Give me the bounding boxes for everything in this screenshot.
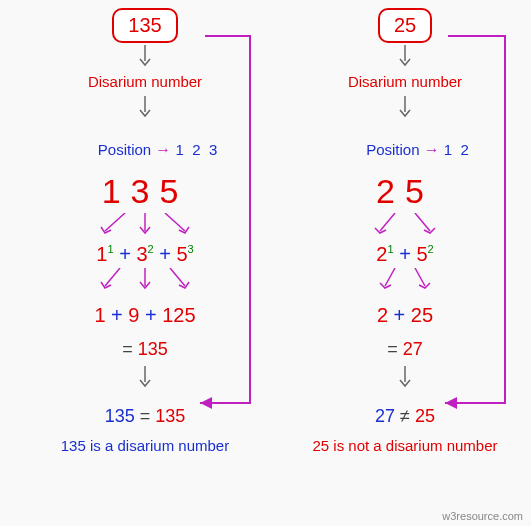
power-base: 5: [176, 243, 187, 265]
power-exp: 3: [188, 243, 194, 255]
plus-icon: +: [119, 243, 136, 265]
digits-display: 25: [290, 172, 520, 211]
pos-1: 1: [444, 141, 452, 158]
title-label: Disarium number: [290, 73, 520, 90]
power-base: 3: [136, 243, 147, 265]
eval-term: 2: [377, 304, 388, 326]
power-base: 1: [96, 243, 107, 265]
sum-value: 27: [403, 339, 423, 359]
compare-lhs: 135: [105, 406, 135, 426]
right-arrow-icon: →: [424, 141, 440, 158]
evaluated-terms: 1 + 9 + 125: [30, 304, 260, 327]
example-column-2: 25 Disarium number Position → 1 2 25 21 …: [290, 8, 520, 454]
position-row: Position → 1 2 3: [30, 124, 260, 176]
pos-2: 2: [461, 141, 469, 158]
down-arrow-icon: [30, 366, 260, 388]
eval-term: 125: [162, 304, 195, 326]
down-arrow-icon: [30, 96, 260, 118]
compare-lhs: 27: [375, 406, 395, 426]
down-arrow-icon: [30, 45, 260, 67]
sum-value: 135: [138, 339, 168, 359]
sum-result: = 135: [30, 339, 260, 360]
compare-op: ≠: [400, 406, 410, 426]
position-label: Position: [98, 141, 151, 158]
plus-icon: +: [111, 304, 128, 326]
power-exp: 2: [428, 243, 434, 255]
down-arrow-icon: [290, 45, 520, 67]
power-base: 5: [416, 243, 427, 265]
pos-2: 2: [192, 141, 200, 158]
power-base: 2: [376, 243, 387, 265]
sum-result: = 27: [290, 339, 520, 360]
compare-line: 135 = 135: [30, 406, 260, 427]
power-exp: 1: [107, 243, 113, 255]
compare-rhs: 25: [415, 406, 435, 426]
svg-line-7: [170, 268, 185, 286]
plus-icon: +: [399, 243, 416, 265]
down-arrow-icon: [290, 366, 520, 388]
start-box: 25: [378, 8, 432, 43]
split-arrows-icon: [290, 213, 520, 235]
svg-line-4: [165, 213, 185, 231]
svg-line-2: [105, 213, 125, 231]
eval-term: 1: [94, 304, 105, 326]
eval-term: 25: [411, 304, 433, 326]
conclusion-text: 25 is not a disarium number: [290, 437, 520, 454]
svg-line-5: [105, 268, 120, 286]
svg-line-14: [415, 268, 425, 286]
split-arrows-icon: [30, 213, 260, 235]
compare-op: =: [140, 406, 151, 426]
split-arrows-icon: [30, 268, 260, 290]
position-label: Position: [366, 141, 419, 158]
evaluated-terms: 2 + 25: [290, 304, 520, 327]
diagram-container: 135 Disarium number Position → 1 2 3 135…: [0, 0, 531, 454]
svg-line-13: [385, 268, 395, 286]
split-arrows-icon: [290, 268, 520, 290]
plus-icon: +: [145, 304, 162, 326]
svg-line-12: [415, 213, 430, 231]
compare-rhs: 135: [155, 406, 185, 426]
power-exp: 2: [148, 243, 154, 255]
pos-3: 3: [209, 141, 217, 158]
conclusion-text: 135 is a disarium number: [30, 437, 260, 454]
start-box: 135: [112, 8, 177, 43]
svg-line-11: [380, 213, 395, 231]
plus-icon: +: [394, 304, 411, 326]
power-exp: 1: [387, 243, 393, 255]
eval-term: 9: [128, 304, 139, 326]
position-row: Position → 1 2: [290, 124, 520, 176]
title-label: Disarium number: [30, 73, 260, 90]
plus-icon: +: [159, 243, 176, 265]
power-expression: 11 + 32 + 53: [30, 243, 260, 266]
pos-1: 1: [176, 141, 184, 158]
compare-line: 27 ≠ 25: [290, 406, 520, 427]
example-column-1: 135 Disarium number Position → 1 2 3 135…: [30, 8, 260, 454]
digits-display: 135: [30, 172, 260, 211]
right-arrow-icon: →: [155, 141, 171, 158]
credit-label: w3resource.com: [442, 510, 523, 522]
down-arrow-icon: [290, 96, 520, 118]
power-expression: 21 + 52: [290, 243, 520, 266]
